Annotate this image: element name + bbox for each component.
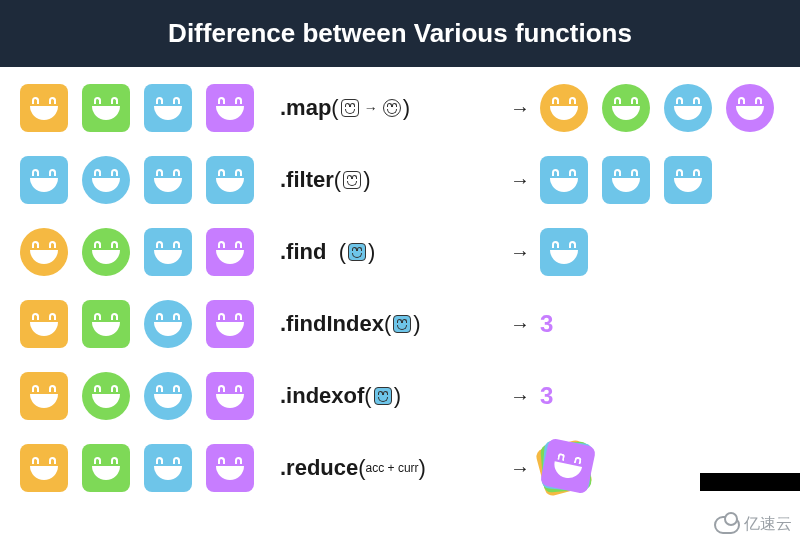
page-title: Difference between Various functions: [0, 0, 800, 67]
emoji-blue-square: [144, 84, 192, 132]
emoji-green-circle: [82, 372, 130, 420]
emoji-blue-square: [144, 444, 192, 492]
stacked-emoji: [540, 442, 592, 494]
emoji-green-circle: [82, 228, 130, 276]
mini-blue-square-icon: [393, 315, 411, 333]
row-map: .map(→) →: [20, 83, 780, 133]
emoji-blue-square: [20, 156, 68, 204]
row-indexof: .indexof () → 3: [20, 371, 780, 421]
row-filter: .filter () →: [20, 155, 780, 205]
emoji-green-square: [82, 84, 130, 132]
emoji-blue-circle: [82, 156, 130, 204]
func-filter: .filter (): [280, 167, 500, 193]
findindex-output: 3: [540, 310, 553, 338]
arrow-icon: →: [500, 385, 540, 408]
emoji-blue-square: [540, 228, 588, 276]
map-outputs: [540, 84, 774, 132]
filter-outputs: [540, 156, 712, 204]
func-find: .find (): [280, 239, 500, 265]
emoji-purple-square: [206, 444, 254, 492]
emoji-green-square: [82, 444, 130, 492]
func-map: .map(→): [280, 95, 500, 121]
mini-square-icon: [343, 171, 361, 189]
func-indexof: .indexof (): [280, 383, 500, 409]
find-outputs: [540, 228, 588, 276]
row-findindex: .findIndex () → 3: [20, 299, 780, 349]
findindex-inputs: [20, 300, 280, 348]
reduce-inputs: [20, 444, 280, 492]
emoji-blue-circle: [144, 372, 192, 420]
filter-inputs: [20, 156, 280, 204]
func-findindex: .findIndex (): [280, 311, 500, 337]
emoji-green-square: [82, 300, 130, 348]
emoji-orange-square: [20, 84, 68, 132]
mini-circle-icon: [383, 99, 401, 117]
emoji-blue-square: [144, 156, 192, 204]
emoji-orange-square: [20, 444, 68, 492]
mini-blue-square-icon: [348, 243, 366, 261]
emoji-orange-circle: [540, 84, 588, 132]
mini-square-icon: [341, 99, 359, 117]
map-inputs: [20, 84, 280, 132]
watermark: 亿速云: [714, 514, 792, 535]
emoji-blue-square: [664, 156, 712, 204]
find-inputs: [20, 228, 280, 276]
func-reduce: .reduce (acc + curr): [280, 455, 500, 481]
arrow-icon: →: [500, 241, 540, 264]
arrow-icon: →: [500, 457, 540, 480]
emoji-green-circle: [602, 84, 650, 132]
emoji-purple-square: [206, 228, 254, 276]
arrow-icon: →: [500, 169, 540, 192]
emoji-purple-square: [206, 300, 254, 348]
indexof-output: 3: [540, 382, 553, 410]
diagram-content: .map(→) → .filter () → .find () → .find: [0, 67, 800, 531]
reduce-output: [540, 442, 592, 494]
emoji-blue-circle: [144, 300, 192, 348]
emoji-orange-circle: [20, 228, 68, 276]
arrow-icon: →: [500, 97, 540, 120]
emoji-blue-square: [206, 156, 254, 204]
row-find: .find () →: [20, 227, 780, 277]
emoji-blue-circle: [664, 84, 712, 132]
row-reduce: .reduce (acc + curr) →: [20, 443, 780, 493]
mini-blue-square-icon: [374, 387, 392, 405]
emoji-blue-square: [144, 228, 192, 276]
emoji-purple-circle: [726, 84, 774, 132]
emoji-blue-square: [540, 156, 588, 204]
result-number: 3: [540, 382, 553, 410]
emoji-purple-square: [206, 84, 254, 132]
black-bar: [700, 473, 800, 491]
cloud-icon: [714, 516, 740, 534]
watermark-text: 亿速云: [744, 514, 792, 535]
emoji-blue-square: [602, 156, 650, 204]
result-number: 3: [540, 310, 553, 338]
emoji-purple-square: [206, 372, 254, 420]
arrow-icon: →: [500, 313, 540, 336]
emoji-orange-square: [20, 372, 68, 420]
indexof-inputs: [20, 372, 280, 420]
emoji-orange-square: [20, 300, 68, 348]
